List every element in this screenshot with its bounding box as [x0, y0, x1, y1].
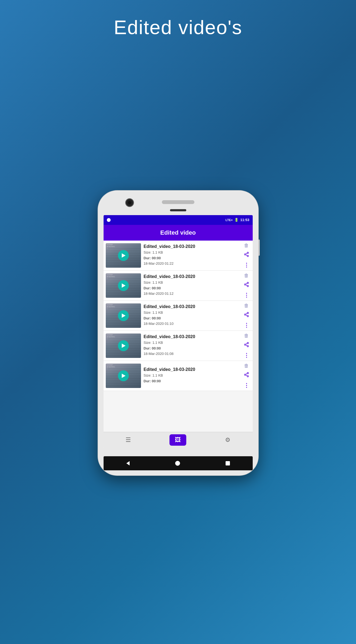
video-item: S STOP M NOTIFIC □ Edited_video_18-03-20… — [104, 331, 253, 361]
svg-line-14 — [246, 313, 247, 314]
svg-line-13 — [246, 315, 247, 316]
video-item: S STOP M NOTIFIC □ Edited_video_18-03-20… — [104, 301, 253, 331]
svg-point-20 — [247, 372, 249, 374]
share-button-4[interactable] — [244, 342, 249, 349]
trash-icon-5: 🗑 — [244, 363, 249, 369]
video-meta-5: Size: 1.1 KB Dur: 00:00 — [144, 373, 241, 384]
video-info-1: Edited_video_18-03-2020 Size: 1.1 KB Dur… — [144, 244, 241, 267]
svg-line-19 — [246, 343, 247, 344]
back-button[interactable] — [126, 461, 130, 465]
more-button-4[interactable]: ⋮ — [244, 352, 249, 358]
nav-gallery-button[interactable]: 🖼 — [169, 434, 186, 446]
delete-button-1[interactable]: 🗑 — [244, 243, 249, 248]
video-name-1: Edited_video_18-03-2020 — [144, 244, 241, 249]
play-button-4[interactable] — [118, 340, 129, 351]
share-button-1[interactable] — [244, 252, 249, 258]
svg-point-2 — [247, 255, 249, 257]
svg-point-10 — [247, 312, 249, 313]
trash-icon-3: 🗑 — [244, 303, 249, 309]
more-button-1[interactable]: ⋮ — [244, 262, 249, 268]
delete-button-2[interactable]: 🗑 — [244, 273, 249, 279]
video-item: S STOP M NOTIFIC □ Edited_video_18-03-20… — [104, 361, 253, 391]
video-thumbnail-3[interactable]: S STOP M NOTIFIC □ — [106, 303, 141, 328]
video-list: S STOP M NOTIFIC □ Edited_video_18-03-20… — [104, 241, 253, 432]
share-button-5[interactable] — [244, 372, 249, 379]
status-left — [107, 218, 111, 222]
nav-settings-button[interactable]: ⚙ — [220, 434, 236, 446]
phone-button-top — [170, 209, 186, 211]
svg-point-6 — [245, 284, 246, 285]
video-thumbnail-4[interactable]: S STOP M NOTIFIC □ — [106, 334, 141, 358]
video-duration-5: Dur: 00:00 — [144, 379, 161, 383]
svg-point-16 — [245, 344, 246, 345]
share-icon-4 — [244, 342, 249, 349]
video-size-2: Size: 1.1 KB — [144, 280, 163, 284]
settings-icon: ⚙ — [225, 436, 230, 444]
video-size-1: Size: 1.1 KB — [144, 250, 163, 254]
svg-point-17 — [247, 345, 249, 347]
status-bar: LTE× 🔋 11:53 — [104, 215, 253, 225]
svg-point-0 — [247, 252, 249, 253]
video-duration-4: Dur: 00:00 — [144, 346, 161, 350]
share-button-3[interactable] — [244, 312, 249, 319]
trash-icon-4: 🗑 — [244, 333, 249, 339]
video-duration-2: Dur: 00:00 — [144, 286, 161, 290]
video-info-3: Edited_video_18-03-2020 Size: 1.1 KB Dur… — [144, 304, 241, 327]
more-button-2[interactable]: ⋮ — [244, 292, 249, 298]
battery-indicator: 🔋 — [234, 218, 239, 222]
bottom-nav: ☰ 🖼 ⚙ — [104, 432, 253, 448]
svg-point-7 — [247, 285, 249, 287]
video-name-3: Edited_video_18-03-2020 — [144, 304, 241, 309]
trash-icon-2: 🗑 — [244, 273, 249, 279]
svg-point-15 — [247, 342, 249, 344]
svg-line-18 — [246, 345, 247, 346]
svg-line-9 — [246, 283, 247, 284]
status-dot — [107, 218, 111, 222]
play-button-1[interactable] — [118, 250, 129, 261]
more-icon-1: ⋮ — [244, 262, 249, 268]
page-title: Edited video's — [114, 16, 242, 38]
svg-point-21 — [245, 374, 246, 375]
share-icon-2 — [244, 282, 249, 289]
svg-line-8 — [246, 285, 247, 286]
more-icon-5: ⋮ — [244, 382, 249, 389]
trash-icon-1: 🗑 — [244, 243, 249, 248]
video-thumbnail-5[interactable]: S STOP M NOTIFIC □ — [106, 364, 141, 388]
lte-indicator: LTE× — [226, 218, 233, 222]
video-date-1: 18-Mar-2020 01:22 — [144, 261, 174, 266]
play-button-2[interactable] — [118, 280, 129, 291]
status-time: 11:53 — [240, 218, 249, 222]
video-name-2: Edited_video_18-03-2020 — [144, 274, 241, 279]
svg-point-11 — [245, 314, 246, 315]
home-button[interactable] — [175, 461, 180, 466]
share-icon-3 — [244, 312, 249, 319]
delete-button-5[interactable]: 🗑 — [244, 363, 249, 369]
more-button-5[interactable]: ⋮ — [244, 382, 249, 389]
delete-button-4[interactable]: 🗑 — [244, 333, 249, 339]
svg-line-3 — [246, 255, 247, 255]
share-icon-1 — [244, 252, 249, 258]
phone-side-button — [258, 240, 260, 256]
phone-frame: LTE× 🔋 11:53 Edited video S STOP M NOTIF… — [98, 191, 258, 475]
play-button-5[interactable] — [118, 370, 129, 381]
video-size-3: Size: 1.1 KB — [144, 310, 163, 315]
video-info-2: Edited_video_18-03-2020 Size: 1.1 KB Dur… — [144, 274, 241, 297]
share-button-2[interactable] — [244, 282, 249, 289]
nav-list-button[interactable]: ☰ — [120, 434, 136, 446]
video-thumbnail-1[interactable]: S STOP M NOTIFIC □ — [106, 243, 141, 268]
video-thumbnail-2[interactable]: S STOP M NOTIFIC □ — [106, 273, 141, 298]
play-button-3[interactable] — [118, 310, 129, 321]
recent-button[interactable] — [226, 461, 230, 465]
video-size-5: Size: 1.1 KB — [144, 373, 163, 377]
video-meta-4: Size: 1.1 KB Dur: 00:00 18-Mar-2020 01:0… — [144, 340, 241, 357]
video-actions-3: 🗑 ⋮ — [244, 303, 251, 328]
svg-line-4 — [246, 253, 247, 254]
video-item: S STOP M NOTIFIC □ Edited_video_18-03-20… — [104, 271, 253, 301]
more-icon-3: ⋮ — [244, 322, 249, 328]
more-button-3[interactable]: ⋮ — [244, 322, 249, 328]
svg-point-5 — [247, 282, 249, 283]
delete-button-3[interactable]: 🗑 — [244, 303, 249, 309]
video-date-3: 18-Mar-2020 01:10 — [144, 322, 174, 326]
share-icon-5 — [244, 372, 249, 379]
svg-line-24 — [246, 373, 247, 374]
